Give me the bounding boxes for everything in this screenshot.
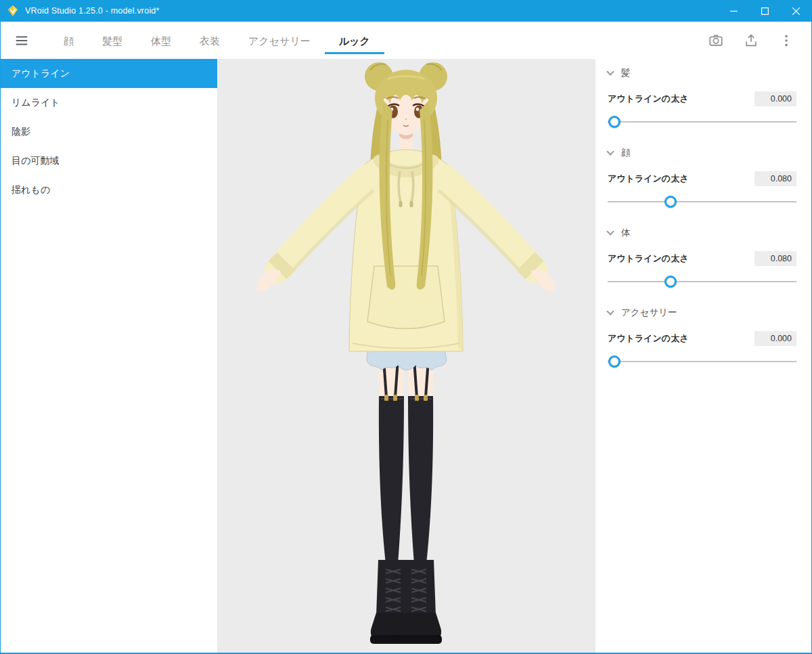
section-title: 体 xyxy=(621,227,631,239)
outline-thickness-label: アウトラインの太さ xyxy=(608,173,688,185)
export-icon[interactable] xyxy=(744,33,759,48)
app-icon xyxy=(7,5,19,17)
slider-thumb[interactable] xyxy=(664,276,677,288)
slider-track[interactable] xyxy=(608,361,796,362)
window-controls xyxy=(718,0,811,22)
app-window: VRoid Studio 1.25.0 - model.vroid* 顔 髪型 … xyxy=(0,0,812,654)
3d-viewport[interactable] xyxy=(217,59,595,653)
outline-thickness-input[interactable] xyxy=(754,171,796,186)
slider-track[interactable] xyxy=(608,121,796,123)
slider-thumb[interactable] xyxy=(608,355,621,368)
tab-hairstyle[interactable]: 髪型 xyxy=(88,27,137,54)
character-hoodie xyxy=(277,150,535,351)
menu-icon[interactable] xyxy=(10,22,33,59)
outline-thickness-slider[interactable] xyxy=(608,354,796,369)
maximize-button[interactable] xyxy=(749,0,780,22)
tab-face[interactable]: 顔 xyxy=(49,27,88,54)
outline-thickness-label: アウトラインの太さ xyxy=(608,93,688,105)
character-boots xyxy=(370,560,442,644)
section-title: 顔 xyxy=(621,147,631,159)
outline-thickness-input[interactable] xyxy=(754,251,796,266)
section-accessories-header[interactable]: アクセサリー xyxy=(608,305,796,320)
section-accessories: アクセサリー アウトラインの太さ xyxy=(608,305,796,369)
outline-thickness-label: アウトラインの太さ xyxy=(608,332,688,345)
slider-thumb[interactable] xyxy=(664,196,677,208)
sidebar-item-sway[interactable]: 揺れもの xyxy=(1,175,217,204)
toolbar-actions xyxy=(708,22,800,59)
tab-accessories[interactable]: アクセサリー xyxy=(234,27,325,54)
camera-icon[interactable] xyxy=(708,33,723,48)
outline-settings-panel: 髪 アウトラインの太さ 顔 アウトラインの太さ xyxy=(595,59,811,653)
character-model xyxy=(217,59,595,653)
outline-thickness-slider[interactable] xyxy=(608,114,796,129)
close-button[interactable] xyxy=(780,0,811,22)
editor-tabs: 顔 髪型 体型 衣装 アクセサリー ルック xyxy=(49,22,384,59)
section-hair: 髪 アウトラインの太さ xyxy=(608,66,796,129)
section-face: 顔 アウトラインの太さ xyxy=(608,146,796,209)
slider-track[interactable] xyxy=(608,281,796,282)
chevron-down-icon xyxy=(606,148,614,155)
outline-thickness-slider[interactable] xyxy=(608,274,796,289)
outline-thickness-label: アウトラインの太さ xyxy=(608,253,688,265)
section-title: アクセサリー xyxy=(621,307,677,319)
main-content: アウトライン リムライト 陰影 目の可動域 揺れもの xyxy=(1,59,811,653)
sidebar-item-outline[interactable]: アウトライン xyxy=(1,59,217,88)
character-legs xyxy=(367,346,447,644)
tab-look[interactable]: ルック xyxy=(325,27,384,54)
main-toolbar: 顔 髪型 体型 衣装 アクセサリー ルック xyxy=(1,22,811,59)
chevron-down-icon xyxy=(606,307,614,315)
sidebar-item-rim-light[interactable]: リムライト xyxy=(1,88,217,117)
outline-thickness-slider[interactable] xyxy=(608,194,796,209)
minimize-button[interactable] xyxy=(718,0,749,22)
slider-track[interactable] xyxy=(608,201,796,202)
window-title: VRoid Studio 1.25.0 - model.vroid* xyxy=(25,6,160,16)
tab-body[interactable]: 体型 xyxy=(137,27,185,54)
chevron-down-icon xyxy=(606,227,614,235)
sidebar-item-eye-range[interactable]: 目の可動域 xyxy=(1,146,217,175)
slider-thumb[interactable] xyxy=(608,116,621,128)
chevron-down-icon xyxy=(606,68,614,75)
section-body-header[interactable]: 体 xyxy=(608,225,796,240)
section-title: 髪 xyxy=(621,67,631,79)
kebab-menu-icon[interactable] xyxy=(779,33,794,48)
section-body: 体 アウトラインの太さ xyxy=(608,225,796,289)
sidebar-item-shading[interactable]: 陰影 xyxy=(1,117,217,146)
titlebar: VRoid Studio 1.25.0 - model.vroid* xyxy=(1,0,811,22)
outline-thickness-input[interactable] xyxy=(754,331,796,346)
section-face-header[interactable]: 顔 xyxy=(608,146,796,160)
look-sidebar: アウトライン リムライト 陰影 目の可動域 揺れもの xyxy=(1,59,217,653)
tab-outfit[interactable]: 衣装 xyxy=(185,27,234,54)
section-hair-header[interactable]: 髪 xyxy=(608,66,796,81)
outline-thickness-input[interactable] xyxy=(754,91,796,106)
